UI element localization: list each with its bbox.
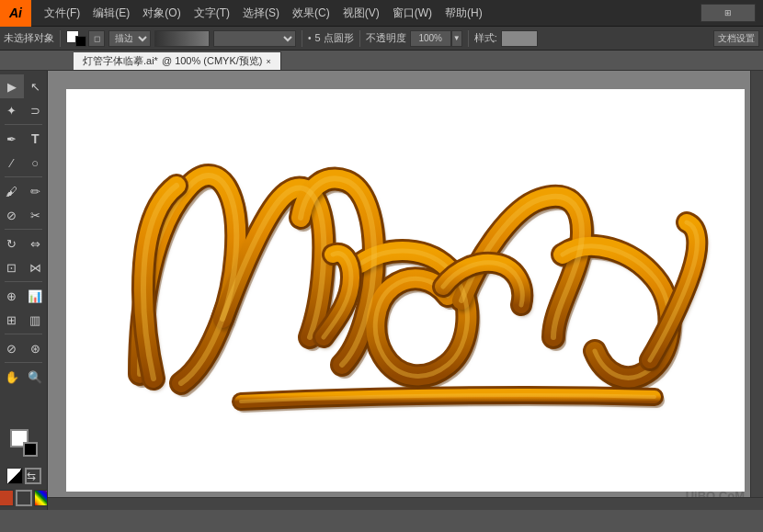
doc-settings-btn[interactable]: 文档设置	[713, 30, 759, 47]
lettering-svg: .tube-stroke { fill: none; stroke: url(#…	[103, 117, 728, 438]
opacity-label: 不透明度	[366, 31, 406, 45]
style-label: 样式:	[474, 31, 497, 45]
workspace-switcher[interactable]: ⊞	[700, 4, 756, 22]
fill-type-select[interactable]	[213, 30, 296, 47]
background-swatch[interactable]	[23, 442, 38, 457]
eyedropper-tool[interactable]: ⊘	[0, 336, 24, 360]
color-area: ⇆	[0, 425, 48, 510]
rotate-tool[interactable]: ↻	[0, 232, 24, 255]
reflect-tool[interactable]: ⇔	[24, 232, 48, 255]
magic-wand-tool[interactable]: ✦	[0, 98, 24, 122]
measure-tool[interactable]: ⊛	[24, 336, 48, 360]
line-tool[interactable]: ∕	[0, 151, 24, 175]
divider1	[60, 30, 61, 47]
default-colors-btn[interactable]	[6, 468, 23, 484]
tool-divider-3	[5, 229, 42, 230]
opacity-dropdown[interactable]: ▼	[451, 30, 462, 47]
ai-logo: Ai	[0, 0, 31, 27]
eraser-tool[interactable]: ⊘	[0, 203, 24, 227]
opacity-input[interactable]	[410, 30, 451, 47]
shear-tool[interactable]: ⋈	[24, 255, 48, 279]
main-area: ▶ ↖ ✦ ⊃ ✒ T ∕ ○ 🖌 ✏ ⊘ ✂ ↻ ⇔ ⊡	[0, 71, 763, 510]
stroke-preview	[154, 30, 210, 47]
selection-tool[interactable]: ▶	[0, 74, 24, 98]
vertical-scrollbar[interactable]	[750, 71, 763, 497]
hand-tool[interactable]: ✋	[0, 365, 24, 389]
zoom-tool[interactable]: 🔍	[24, 365, 48, 389]
horizontal-scrollbar[interactable]	[48, 497, 763, 510]
menu-type[interactable]: 文字(T)	[188, 4, 235, 23]
control-toolbar: 未选择对象 ◻ 描边 • 5 点圆形 不透明度 ▼ 样式: 文档设置	[0, 27, 763, 51]
menu-view[interactable]: 视图(V)	[337, 4, 385, 23]
tool-divider-5	[5, 334, 42, 334]
tool-divider-6	[5, 362, 42, 363]
menu-edit[interactable]: 编辑(E)	[87, 4, 135, 23]
tool-row-12: ✋ 🔍	[0, 365, 47, 389]
left-toolbar: ▶ ↖ ✦ ⊃ ✒ T ∕ ○ 🖌 ✏ ⊘ ✂ ↻ ⇔ ⊡	[0, 71, 48, 510]
divider3	[359, 30, 360, 47]
lettering-artwork: .tube-stroke { fill: none; stroke: url(#…	[103, 117, 728, 438]
menu-effect[interactable]: 效果(C)	[287, 4, 336, 23]
tool-row-2: ✦ ⊃	[0, 98, 47, 122]
tool-divider-1	[5, 124, 42, 125]
point-label: 5 点圆形	[315, 31, 354, 45]
canvas-area: .tube-stroke { fill: none; stroke: url(#…	[48, 71, 763, 510]
paintbrush-tool[interactable]: 🖌	[0, 179, 24, 203]
graph-tool[interactable]: 📊	[24, 284, 48, 308]
tool-divider-4	[5, 281, 42, 282]
tab-mode: @ 100% (CMYK/预览)	[162, 54, 263, 68]
swap-colors-btn[interactable]: ⇆	[25, 468, 41, 484]
tool-row-7: ↻ ⇔	[0, 232, 47, 255]
divider4	[468, 30, 469, 47]
direct-selection-tool[interactable]: ↖	[24, 74, 48, 98]
style-preview	[501, 30, 538, 47]
tab-filename: 灯管字体临摹.ai*	[83, 54, 158, 68]
title-bar: Ai 文件(F) 编辑(E) 对象(O) 文字(T) 选择(S) 效果(C) 视…	[0, 0, 763, 27]
tool-divider-2	[5, 176, 42, 177]
scissors-tool2[interactable]: ✂	[24, 203, 48, 227]
fill-indicator[interactable]	[0, 490, 14, 506]
stroke-fill-swatch[interactable]	[66, 30, 86, 47]
stroke-selector[interactable]: ◻	[88, 30, 105, 47]
tool-row-8: ⊡ ⋈	[0, 255, 47, 279]
mesh-tool[interactable]: ⊞	[0, 308, 24, 332]
blend-tool[interactable]: ⊕	[0, 284, 24, 308]
type-tool[interactable]: T	[24, 127, 48, 151]
stroke-type-select[interactable]: 描边	[108, 30, 151, 47]
menu-window[interactable]: 窗口(W)	[387, 4, 438, 23]
lasso-tool[interactable]: ⊃	[24, 98, 48, 122]
tool-row-4: ∕ ○	[0, 151, 47, 175]
no-selection-label: 未选择对象	[4, 31, 54, 45]
pencil-tool[interactable]: ✏	[24, 179, 48, 203]
menu-select[interactable]: 选择(S)	[237, 4, 285, 23]
menu-object[interactable]: 对象(O)	[137, 4, 186, 23]
gradient-tool[interactable]: ▥	[24, 308, 48, 332]
pen-tool[interactable]: ✒	[0, 127, 24, 151]
menu-file[interactable]: 文件(F)	[39, 4, 85, 23]
menu-bar: 文件(F) 编辑(E) 对象(O) 文字(T) 选择(S) 效果(C) 视图(V…	[39, 4, 693, 23]
divider2	[302, 30, 302, 47]
tool-row-5: 🖌 ✏	[0, 179, 47, 203]
tab-bar: 灯管字体临摹.ai* @ 100% (CMYK/预览) ×	[0, 51, 763, 71]
document-tab[interactable]: 灯管字体临摹.ai* @ 100% (CMYK/预览) ×	[74, 51, 281, 70]
tool-row-3: ✒ T	[0, 127, 47, 151]
gradient-indicator[interactable]	[34, 490, 49, 506]
tool-row-10: ⊞ ▥	[0, 308, 47, 332]
tool-row-6: ⊘ ✂	[0, 203, 47, 227]
tab-close-btn[interactable]: ×	[266, 57, 270, 66]
ellipse-tool[interactable]: ○	[24, 151, 48, 175]
tool-row-11: ⊘ ⊛	[0, 336, 47, 360]
tool-row-9: ⊕ 📊	[0, 284, 47, 308]
scale-tool[interactable]: ⊡	[0, 255, 24, 279]
menu-help[interactable]: 帮助(H)	[439, 4, 488, 23]
tool-row-1: ▶ ↖	[0, 74, 47, 98]
stroke-indicator[interactable]	[16, 490, 32, 506]
